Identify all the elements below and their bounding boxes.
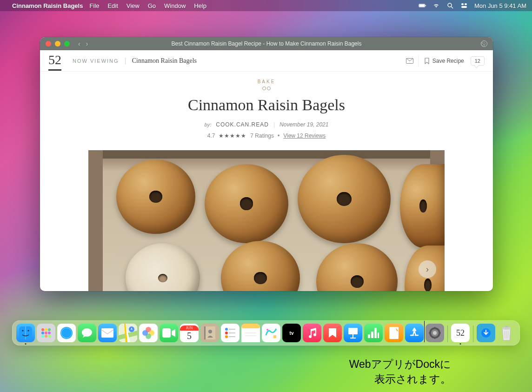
svg-point-19 — [45, 335, 47, 338]
svg-point-14 — [48, 328, 51, 331]
svg-rect-54 — [378, 332, 379, 338]
window-maximize-button[interactable] — [64, 41, 70, 47]
dock-app-settings[interactable] — [426, 324, 444, 342]
svg-point-12 — [41, 328, 44, 331]
now-viewing-label: NOW VIEWING — [73, 58, 119, 64]
comment-count-badge[interactable]: 12 — [471, 56, 485, 66]
spotlight-icon[interactable] — [446, 2, 454, 9]
nav-back-button[interactable]: ‹ — [78, 40, 80, 47]
dock-app-finder[interactable] — [16, 324, 35, 342]
dock-app-appstore[interactable] — [405, 324, 424, 342]
dock: JUN 5 tv — [12, 320, 520, 345]
envelope-icon — [406, 58, 413, 64]
dock-app-pages[interactable] — [385, 324, 403, 342]
menu-help[interactable]: Help — [194, 2, 206, 9]
music-icon — [307, 327, 317, 339]
dock-divider — [447, 326, 448, 342]
breadcrumb-recipe[interactable]: Cinnamon Raisin Bagels — [132, 57, 197, 65]
window-traffic-lights — [46, 41, 70, 47]
menu-edit[interactable]: Edit — [107, 2, 118, 9]
wifi-icon[interactable] — [432, 2, 440, 9]
site-logo[interactable]: 52 — [48, 53, 61, 71]
dock-trash[interactable] — [497, 324, 516, 342]
trash-icon — [499, 325, 513, 341]
recipe-author[interactable]: COOK.CAN.READ — [216, 121, 269, 128]
calendar-month: JUN — [180, 326, 199, 331]
svg-rect-33 — [204, 326, 206, 339]
maps-icon — [119, 324, 137, 342]
svg-rect-1 — [419, 4, 425, 7]
menubar-app-name[interactable]: Cinnamon Raisin Bagels — [12, 2, 83, 9]
mail-icon — [101, 328, 113, 338]
menu-window[interactable]: Window — [164, 2, 186, 9]
recipe-category[interactable]: BAKE — [258, 79, 276, 84]
window-titlebar[interactable]: ‹ › Best Cinnamon Raisin Bagel Recipe - … — [40, 37, 493, 50]
svg-rect-48 — [348, 328, 358, 334]
dock-app-messages[interactable] — [78, 324, 96, 342]
control-center-icon[interactable] — [460, 2, 468, 9]
menu-go[interactable]: Go — [148, 2, 156, 9]
pages-icon — [389, 327, 399, 339]
menu-view[interactable]: View — [126, 2, 140, 9]
bookmark-icon — [424, 58, 430, 64]
dock-app-tv[interactable]: tv — [282, 324, 301, 342]
dock-app-calendar[interactable]: JUN 5 — [180, 324, 199, 342]
rating-count: 7 Ratings — [250, 133, 274, 139]
dock-app-keynote[interactable] — [344, 324, 362, 342]
dock-app-photos[interactable] — [139, 324, 158, 342]
dock-downloads[interactable] — [477, 324, 495, 342]
svg-point-18 — [41, 335, 44, 338]
annotation-text: WebアプリがDockに 表示されます。 — [274, 357, 451, 386]
svg-rect-2 — [426, 5, 426, 7]
dock-app-numbers[interactable] — [364, 324, 383, 342]
app-window: ‹ › Best Cinnamon Raisin Bagel Recipe - … — [40, 37, 493, 291]
dock-app-facetime[interactable] — [160, 324, 178, 342]
svg-rect-65 — [505, 326, 508, 327]
menu-file[interactable]: File — [89, 2, 99, 9]
dock-app-52-webapp[interactable]: 52 — [451, 324, 470, 342]
svg-point-30 — [142, 330, 148, 336]
stop-load-icon[interactable]: ⃠ — [481, 40, 487, 47]
next-image-button[interactable]: › — [419, 260, 436, 278]
svg-rect-49 — [352, 334, 353, 338]
keynote-icon — [347, 327, 359, 339]
svg-rect-51 — [368, 334, 370, 338]
dock-divider — [473, 326, 473, 342]
news-icon — [327, 327, 338, 339]
dock-app-music[interactable] — [303, 324, 321, 342]
window-close-button[interactable] — [46, 41, 51, 47]
svg-point-39 — [225, 335, 228, 338]
dock-app-launchpad[interactable] — [37, 324, 55, 342]
webapp-52-icon: 52 — [456, 328, 465, 338]
dock-app-maps[interactable] — [119, 324, 137, 342]
dock-app-contacts[interactable] — [200, 324, 219, 342]
view-reviews-link[interactable]: View 12 Reviews — [283, 133, 326, 139]
save-recipe-button[interactable]: Save Recipe — [424, 58, 464, 64]
email-button[interactable] — [402, 54, 419, 67]
nav-forward-button[interactable]: › — [86, 40, 88, 47]
menubar-clock[interactable]: Mon Jun 5 9:41 AM — [474, 2, 526, 9]
launchpad-icon — [40, 327, 52, 339]
dock-app-notes[interactable] — [241, 324, 260, 342]
battery-icon[interactable] — [419, 2, 426, 9]
dock-app-reminders[interactable] — [221, 324, 239, 342]
contacts-icon — [204, 326, 215, 339]
window-minimize-button[interactable] — [55, 41, 60, 47]
appstore-icon — [408, 327, 420, 339]
separator: | — [125, 57, 126, 65]
dock-app-mail[interactable] — [98, 324, 117, 342]
page-header: 52 NOW VIEWING | Cinnamon Raisin Bagels … — [40, 50, 493, 72]
svg-point-21 — [60, 327, 73, 339]
dock-app-news[interactable] — [323, 324, 342, 342]
recipe-date: November 19, 2021 — [279, 121, 328, 128]
dock-app-freeform[interactable] — [262, 324, 280, 342]
svg-rect-55 — [389, 327, 399, 339]
svg-point-3 — [448, 3, 452, 7]
freeform-icon — [264, 326, 278, 340]
tv-icon: tv — [290, 331, 294, 336]
settings-icon — [428, 326, 442, 340]
dock-app-safari[interactable] — [57, 324, 76, 342]
bagel-image — [205, 164, 288, 243]
messages-icon — [81, 327, 93, 339]
downloads-icon — [481, 328, 491, 338]
